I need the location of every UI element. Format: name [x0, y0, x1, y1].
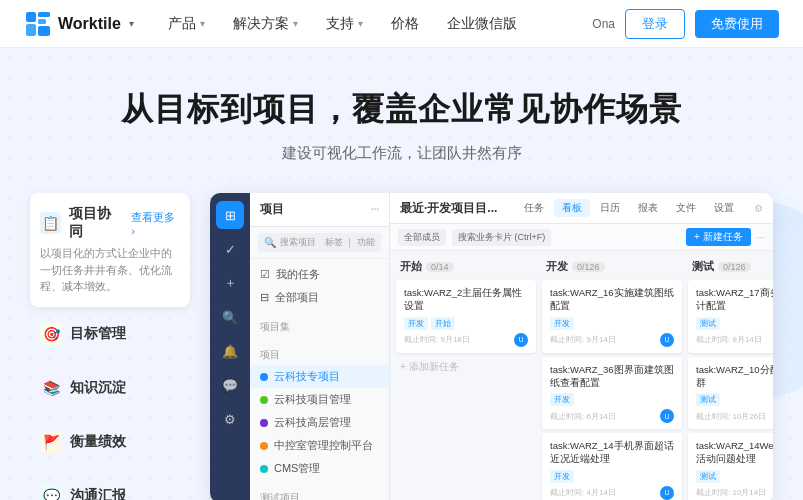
tab-任务[interactable]: 任务	[516, 199, 552, 217]
kanban-card-2-2[interactable]: task:WARZ_14Web参数显示活动问题处理测试截止时间: 10月14日U	[688, 433, 773, 500]
app-sidebar-icon-message[interactable]: 💬	[216, 371, 244, 399]
kanban-col-title-1: 开发	[546, 259, 568, 274]
kanban-card-0-0[interactable]: task:WARZ_2主届任务属性设置开发开始截止时间: 9月18日U	[396, 280, 536, 353]
feature-item-performance[interactable]: 🚩衡量绩效	[30, 419, 190, 469]
card-tag: 测试	[696, 470, 720, 483]
logo-dropdown-icon[interactable]: ▾	[129, 18, 134, 29]
project-desc: 以项目化的方式让企业中的一切任务井井有条、优化流程、减本增效。	[40, 245, 180, 295]
svg-rect-3	[26, 24, 36, 36]
card-avatar: U	[660, 409, 674, 423]
performance-icon: 🚩	[40, 431, 62, 453]
nav-item-solution[interactable]: 解决方案 ▾	[219, 0, 312, 48]
project-label: 云科技项目管理	[274, 392, 351, 407]
nav-item-product[interactable]: 产品 ▾	[154, 0, 219, 48]
kanban-columns: 开始0/14task:WARZ_2主届任务属性设置开发开始截止时间: 9月18日…	[390, 251, 773, 500]
card-date: 截止时间: 8月14日	[696, 334, 762, 345]
nav-item-price[interactable]: 价格	[377, 0, 433, 48]
my-tasks-item[interactable]: ☑ 我的任务	[250, 263, 389, 286]
project-item-1-2[interactable]: 云科技高层管理	[250, 411, 389, 434]
svg-rect-2	[38, 19, 46, 24]
app-sidebar-icon-search[interactable]: 🔍	[216, 303, 244, 331]
project-dot	[260, 373, 268, 381]
kanban-card-2-1[interactable]: task:WARZ_10分配控制任务群测试截止时间: 10月26日U	[688, 357, 773, 430]
project-group-title-0: 项目集	[250, 317, 389, 337]
app-sidebar-icon-task[interactable]: ✓	[216, 235, 244, 263]
card-tag: 测试	[696, 393, 720, 406]
card-tag: 开发	[550, 470, 574, 483]
project-label: 云科技高层管理	[274, 415, 351, 430]
feature-item-project[interactable]: 📋项目协同查看更多 ›以项目化的方式让企业中的一切任务井井有条、优化流程、减本增…	[30, 193, 190, 307]
add-task-button[interactable]: + 新建任务	[686, 228, 751, 246]
navbar: Worktile ▾ 产品 ▾ 解决方案 ▾ 支持 ▾ 价格 企业微信版 Ona…	[0, 0, 803, 48]
card-avatar: U	[660, 486, 674, 500]
nav-menu: 产品 ▾ 解决方案 ▾ 支持 ▾ 价格 企业微信版	[154, 0, 592, 48]
card-tags: 测试	[696, 393, 773, 406]
more-icon[interactable]: ···	[757, 232, 765, 243]
card-date: 截止时间: 10月26日	[696, 411, 766, 422]
tab-看板[interactable]: 看板	[554, 199, 590, 217]
card-tag: 开始	[431, 317, 455, 330]
report-icon: 💬	[40, 485, 62, 501]
project-more-link[interactable]: 查看更多 ›	[131, 210, 180, 237]
kanban-card-1-1[interactable]: task:WARZ_36图界面建筑图纸查看配置开发截止时间: 6月14日U	[542, 357, 682, 430]
card-tag: 开发	[404, 317, 428, 330]
tab-报表[interactable]: 报表	[630, 199, 666, 217]
card-meta: 截止时间: 4月14日U	[550, 486, 674, 500]
solution-dropdown-icon: ▾	[293, 18, 298, 29]
card-meta: 截止时间: 10月26日U	[696, 409, 773, 423]
card-meta: 截止时间: 9月14日U	[550, 333, 674, 347]
project-group-2: 测试项目云科技系/管理员1个人事务安排产品售后支持云科技系列项目建设开发相关	[250, 484, 389, 500]
feature-item-knowledge[interactable]: 📚知识沉淀	[30, 365, 190, 415]
card-meta: 截止时间: 6月14日U	[550, 409, 674, 423]
login-button[interactable]: 登录	[625, 9, 685, 39]
app-sidebar-icon-add[interactable]: ＋	[216, 269, 244, 297]
kanban-card-1-2[interactable]: task:WARZ_14手机界面超话近况近端处理开发截止时间: 4月14日U	[542, 433, 682, 500]
tab-文件[interactable]: 文件	[668, 199, 704, 217]
nav-item-wechat[interactable]: 企业微信版	[433, 0, 531, 48]
project-label: CMS管理	[274, 461, 320, 476]
app-sidebar-icon-project[interactable]: ⊞	[216, 201, 244, 229]
nav-item-support[interactable]: 支持 ▾	[312, 0, 377, 48]
kanban-col-header-1: 开发0/126	[542, 257, 682, 276]
project-dot	[260, 396, 268, 404]
filter-search[interactable]: 搜索业务卡片 (Ctrl+F)	[452, 229, 551, 246]
project-title: 项目协同	[69, 205, 123, 241]
filter-all[interactable]: 全部成员	[398, 229, 446, 246]
app-sidebar-icon-notify[interactable]: 🔔	[216, 337, 244, 365]
project-group-1: 项目云科技专项目云科技项目管理云科技高层管理中控室管理控制平台CMS管理	[250, 341, 389, 484]
tab-日历[interactable]: 日历	[592, 199, 628, 217]
knowledge-title: 知识沉淀	[70, 379, 126, 397]
project-list-header: 项目 ···	[250, 193, 389, 227]
app-sidebar-icon-settings[interactable]: ⚙	[216, 405, 244, 433]
project-item-1-4[interactable]: CMS管理	[250, 457, 389, 480]
tab-设置[interactable]: 设置	[706, 199, 742, 217]
card-tags: 测试	[696, 317, 773, 330]
project-item-1-0[interactable]: 云科技专项目	[250, 365, 389, 388]
project-dot	[260, 419, 268, 427]
feature-item-report[interactable]: 💬沟通汇报	[30, 473, 190, 501]
card-date: 截止时间: 9月14日	[550, 334, 616, 345]
all-projects-item[interactable]: ⊟ 全部项目	[250, 286, 389, 309]
product-dropdown-icon: ▾	[200, 18, 205, 29]
project-search[interactable]: 🔍 搜索项目 标签 ｜ 功能	[250, 227, 389, 259]
add-card-button-0[interactable]: + 添加新任务	[396, 357, 536, 377]
feature-item-goal[interactable]: 🎯目标管理	[30, 311, 190, 361]
report-title: 沟通汇报	[70, 487, 126, 501]
card-avatar: U	[514, 333, 528, 347]
card-tags: 测试	[696, 470, 773, 483]
main-content: 📋项目协同查看更多 ›以项目化的方式让企业中的一切任务井井有条、优化流程、减本增…	[0, 183, 803, 500]
project-item-1-3[interactable]: 中控室管理控制平台	[250, 434, 389, 457]
app-sidebar: ⊞ ✓ ＋ 🔍 🔔 💬 ⚙	[210, 193, 250, 500]
logo[interactable]: Worktile	[24, 10, 121, 38]
performance-title: 衡量绩效	[70, 433, 126, 451]
nav-right: Ona 登录 免费使用	[592, 9, 779, 39]
svg-rect-1	[38, 12, 50, 17]
trial-button[interactable]: 免费使用	[695, 10, 779, 38]
kanban-card-2-0[interactable]: task:WARZ_17商务活动取设计配置测试截止时间: 8月14日U	[688, 280, 773, 353]
project-icon: 📋	[40, 212, 61, 234]
kanban-card-1-0[interactable]: task:WARZ_16实施建筑图纸配置开发截止时间: 9月14日U	[542, 280, 682, 353]
project-item-1-1[interactable]: 云科技项目管理	[250, 388, 389, 411]
my-tasks-section: ☑ 我的任务 ⊟ 全部项目	[250, 259, 389, 313]
project-group-0: 项目集	[250, 313, 389, 341]
card-tags: 开发	[550, 393, 674, 406]
